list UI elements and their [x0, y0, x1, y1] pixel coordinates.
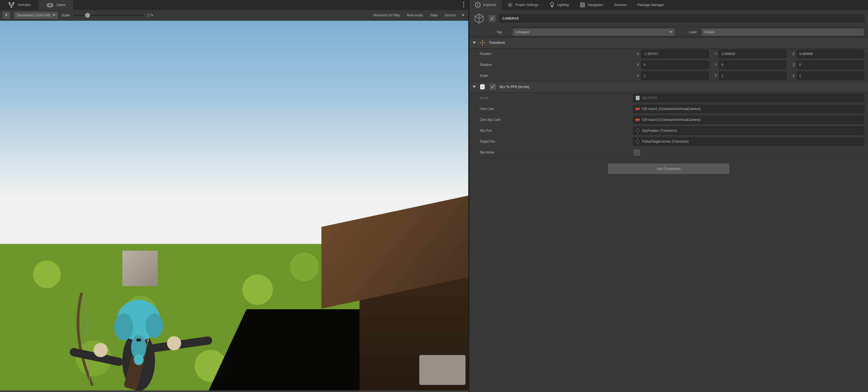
scale-y-field[interactable]: 1	[719, 72, 786, 80]
position-x-field[interactable]: -1.267471	[641, 50, 709, 58]
targetpos-value: FollowTarget Archer (Transform)	[642, 140, 689, 143]
resolution-dropdown[interactable]: Standalone (1024x768)	[13, 11, 59, 19]
svg-point-2	[11, 6, 12, 8]
scale-thumb[interactable]	[85, 13, 90, 18]
game-viewport	[0, 21, 468, 392]
placeholder-cube	[122, 251, 158, 286]
skypos-field[interactable]: SkyPosition (Transform)	[633, 127, 864, 135]
inspector-panel: Inspector Project Settings Lighting Navi…	[469, 0, 868, 392]
targetpos-field[interactable]: FollowTarget Archer (Transform)	[633, 138, 864, 146]
x-label[interactable]: X	[633, 63, 639, 67]
y-label[interactable]: Y	[711, 63, 717, 67]
scale-label: Scale	[473, 74, 631, 78]
svg-point-13	[167, 336, 181, 351]
z-label[interactable]: Z	[788, 63, 795, 67]
tab-animator[interactable]: Animator	[0, 0, 39, 10]
tab-services-label: Services	[614, 3, 626, 7]
tab-package-manager-label: Package Manager	[638, 3, 664, 7]
scale-x-field[interactable]: 1	[641, 72, 709, 80]
tag-dropdown[interactable]: Untagged	[512, 28, 675, 36]
z-label[interactable]: Z	[788, 74, 795, 78]
tab-lighting[interactable]: Lighting	[544, 0, 574, 10]
game-tabs-bar: Animator Game	[0, 0, 468, 10]
tab-inspector[interactable]: Inspector	[469, 0, 502, 10]
gameobject-name-field[interactable]: CAMERAS	[499, 15, 864, 23]
skytofps-header[interactable]: # Sky To FPS (Script)	[469, 81, 868, 92]
scale-row: Scale X 1 Y 1 Z 1	[469, 70, 868, 81]
gameobject-active-checkbox[interactable]	[488, 15, 496, 22]
gear-icon	[507, 2, 513, 8]
svg-rect-11	[150, 336, 213, 353]
tab-navigation[interactable]: Navigation	[574, 0, 609, 10]
add-component-label: Add Component	[657, 167, 681, 171]
layer-label: Layer	[677, 30, 699, 34]
y-label[interactable]: Y	[711, 52, 717, 56]
stone-block	[419, 355, 466, 385]
layer-dropdown[interactable]: Default	[701, 28, 864, 36]
x-label[interactable]: X	[633, 52, 639, 56]
scale-slider[interactable]	[73, 15, 144, 16]
skymode-label: Sky Mode	[473, 150, 631, 155]
script-field: SkyToFPS	[633, 94, 864, 102]
transform-header[interactable]: Transform	[469, 37, 868, 49]
tab-menu-button[interactable]	[459, 2, 468, 8]
cube-icon	[474, 13, 485, 24]
skypos-label: Sky Pos	[473, 129, 631, 133]
targetpos-label: Target Pos	[473, 140, 631, 143]
scale-label: Scale	[62, 13, 70, 17]
gameobject-icon[interactable]	[473, 12, 485, 25]
foldout-icon[interactable]	[473, 86, 476, 88]
tab-lighting-label: Lighting	[557, 3, 568, 7]
targetpos-row: Target Pos FollowTarget Archer (Transfor…	[469, 136, 868, 147]
transform-title: Transform	[489, 41, 505, 45]
display-dropdown[interactable]	[2, 11, 10, 19]
scale-value: 1.7x	[147, 13, 153, 17]
game-icon	[46, 1, 54, 9]
tab-package-manager[interactable]: Package Manager	[632, 0, 669, 10]
tab-game[interactable]: Game	[39, 0, 73, 10]
x-label[interactable]: X	[633, 74, 639, 78]
svg-rect-3	[47, 3, 53, 7]
cinecam-row: Cine Cam CM vcam1 (CinemachineVirtualCam…	[469, 104, 868, 114]
tag-layer-row: Tag Untagged Layer Default	[469, 27, 868, 37]
skypos-value: SkyPosition (Transform)	[642, 129, 677, 133]
maximize-on-play-toggle[interactable]: Maximize On Play	[371, 12, 402, 18]
mute-audio-toggle[interactable]: Mute Audio	[404, 12, 426, 18]
game-render[interactable]	[0, 21, 468, 390]
script-file-icon	[635, 95, 641, 101]
stats-toggle[interactable]: Stats	[428, 12, 440, 18]
y-label[interactable]: Y	[711, 74, 717, 78]
info-icon	[475, 2, 481, 8]
svg-point-33	[482, 42, 483, 43]
skymode-checkbox[interactable]	[633, 149, 641, 156]
chevron-down-icon[interactable]	[462, 15, 464, 16]
position-z-field[interactable]: 3.493868	[797, 50, 864, 58]
add-component-button[interactable]: Add Component	[608, 163, 730, 174]
inspector-tabs-bar: Inspector Project Settings Lighting Navi…	[469, 0, 868, 10]
transform-ref-icon	[635, 139, 641, 144]
cineskycam-field[interactable]: CM vcam3 (CinemachineVirtualCamera)	[633, 116, 864, 124]
cinecam-field[interactable]: CM vcam1 (CinemachineVirtualCamera)	[633, 105, 864, 113]
transform-icon	[478, 39, 486, 47]
lightbulb-icon	[549, 2, 555, 8]
svg-point-23	[146, 313, 163, 338]
scale-z-field[interactable]: 1	[797, 72, 864, 80]
tab-inspector-label: Inspector	[483, 3, 496, 7]
svg-point-28	[477, 3, 478, 4]
svg-point-4	[51, 5, 52, 5]
skytofps-enabled-checkbox[interactable]	[489, 83, 497, 91]
position-y-field[interactable]: 2.084929	[719, 50, 786, 58]
rotation-x-field[interactable]: 0	[641, 61, 709, 69]
foldout-icon[interactable]	[473, 41, 476, 44]
rotation-z-field[interactable]: 0	[797, 61, 864, 69]
navigation-icon	[580, 2, 586, 8]
gizmos-toggle[interactable]: Gizmos	[442, 12, 459, 18]
kebab-icon	[463, 2, 464, 8]
z-label[interactable]: Z	[788, 52, 795, 56]
rotation-y-field[interactable]: 0	[719, 61, 786, 69]
svg-point-6	[463, 4, 464, 5]
svg-point-22	[114, 313, 133, 340]
tab-project-settings[interactable]: Project Settings	[502, 0, 544, 10]
animator-icon	[8, 1, 15, 9]
tab-services[interactable]: Services	[609, 0, 632, 10]
